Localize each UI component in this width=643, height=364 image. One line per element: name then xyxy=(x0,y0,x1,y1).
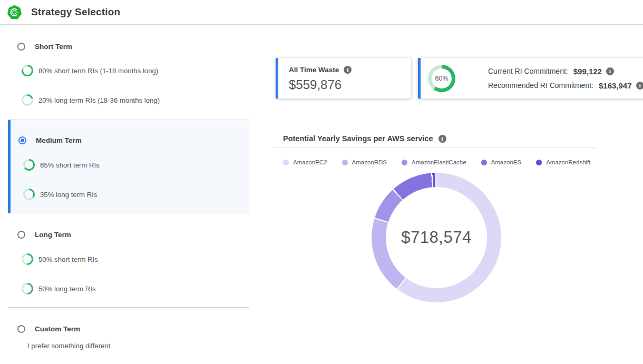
info-icon[interactable]: i xyxy=(636,82,643,90)
all-time-waste-card: All Time Waste i $559,876 xyxy=(276,58,411,99)
strategy-label-long: Long Term xyxy=(35,231,71,239)
chart-title: Potential Yearly Savings per AWS service xyxy=(283,134,433,143)
ri-commitment-card: 60% Current RI Commitment: $99,122 i Rec… xyxy=(418,58,643,99)
chart-divider xyxy=(273,147,597,148)
waste-card-value: $559,876 xyxy=(289,77,411,92)
strategy-suboption: 50% long term RIs xyxy=(22,283,95,294)
custom-term-description: I prefer something different xyxy=(27,342,110,350)
radio-medium-selected[interactable] xyxy=(18,136,26,144)
strategy-suboption: 20% long term RIs (18-36 months long) xyxy=(22,94,160,106)
recommended-ri-commitment-value: $163,947 xyxy=(599,81,632,90)
strategy-label-short: Short Term xyxy=(35,43,72,51)
recommended-ri-commitment-label: Recommended RI Commitment: xyxy=(488,81,593,90)
percent-ring-65 xyxy=(23,159,35,171)
suboption-label: 50% long term RIs xyxy=(38,285,95,293)
strategy-label-custom: Custom Term xyxy=(35,325,80,333)
info-icon[interactable]: i xyxy=(344,66,352,74)
strategy-suboption: 80% short term RIs (1-18 months long) xyxy=(22,65,158,76)
strategy-suboption: 35% long term RIs xyxy=(23,189,97,200)
legend-item-amazones[interactable]: AmazonES xyxy=(481,159,522,165)
panel-divider xyxy=(8,307,249,308)
legend-dot xyxy=(481,160,487,165)
strategy-suboption: 50% short term RIs xyxy=(22,253,98,265)
suboption-label: 80% short term RIs (1-18 months long) xyxy=(38,67,158,75)
strategy-option-long[interactable]: Long Term xyxy=(17,230,71,239)
strategy-label-medium: Medium Term xyxy=(36,136,82,144)
legend-label: AmazonRedshift xyxy=(546,159,590,165)
commitment-ring-label: 60% xyxy=(435,75,448,82)
radio-short[interactable] xyxy=(17,43,25,51)
legend-item-amazonredshift[interactable]: AmazonRedshift xyxy=(536,159,590,165)
legend-dot xyxy=(342,160,348,165)
radio-long[interactable] xyxy=(17,231,25,239)
suboption-label: 20% long term RIs (18-36 months long) xyxy=(38,96,160,104)
current-ri-commitment-value: $99,122 xyxy=(573,67,602,76)
waste-card-title: All Time Waste xyxy=(289,66,339,74)
percent-ring-35 xyxy=(23,189,35,200)
legend-label: AmazonElastiCache xyxy=(412,159,466,165)
legend-label: AmazonRDS xyxy=(352,159,387,165)
strategy-panel: Short Term80% short term RIs (1-18 month… xyxy=(0,0,643,364)
app-header: Strategy Selection xyxy=(0,0,643,25)
radio-custom[interactable] xyxy=(17,325,25,333)
commitment-progress-ring: 60% xyxy=(428,65,455,92)
percent-ring-50 xyxy=(22,283,33,294)
legend-label: AmazonEC2 xyxy=(293,159,327,165)
legend-label: AmazonES xyxy=(491,159,522,165)
strategy-option-short[interactable]: Short Term xyxy=(17,42,72,51)
suboption-label: 35% long term RIs xyxy=(40,191,97,199)
brand-logo-icon xyxy=(7,5,22,19)
page-title: Strategy Selection xyxy=(31,6,120,18)
legend-dot xyxy=(402,160,407,165)
percent-ring-20 xyxy=(22,94,33,106)
info-icon[interactable]: i xyxy=(606,67,614,75)
legend-item-amazonrds[interactable]: AmazonRDS xyxy=(342,159,387,165)
info-icon[interactable]: i xyxy=(439,135,446,143)
legend-dot xyxy=(283,160,289,165)
legend-dot xyxy=(536,160,542,165)
legend-item-amazonelasticache[interactable]: AmazonElastiCache xyxy=(402,159,466,165)
strategy-suboption: 65% short term RIs xyxy=(23,159,100,171)
current-ri-commitment-label: Current RI Commitment: xyxy=(488,67,568,75)
percent-ring-80 xyxy=(22,65,33,76)
chart-legend: AmazonEC2AmazonRDSAmazonElastiCacheAmazo… xyxy=(283,159,591,165)
strategy-option-medium[interactable]: Medium Term xyxy=(18,135,82,145)
strategy-option-custom[interactable]: Custom Term xyxy=(17,324,80,333)
percent-ring-50 xyxy=(22,253,33,265)
suboption-label: 50% short term RIs xyxy=(38,255,98,263)
legend-item-amazonec2[interactable]: AmazonEC2 xyxy=(283,159,327,165)
savings-donut-chart[interactable]: $718,574 xyxy=(372,173,501,302)
suboption-label: 65% short term RIs xyxy=(40,161,100,169)
donut-center-value: $718,574 xyxy=(401,228,471,247)
